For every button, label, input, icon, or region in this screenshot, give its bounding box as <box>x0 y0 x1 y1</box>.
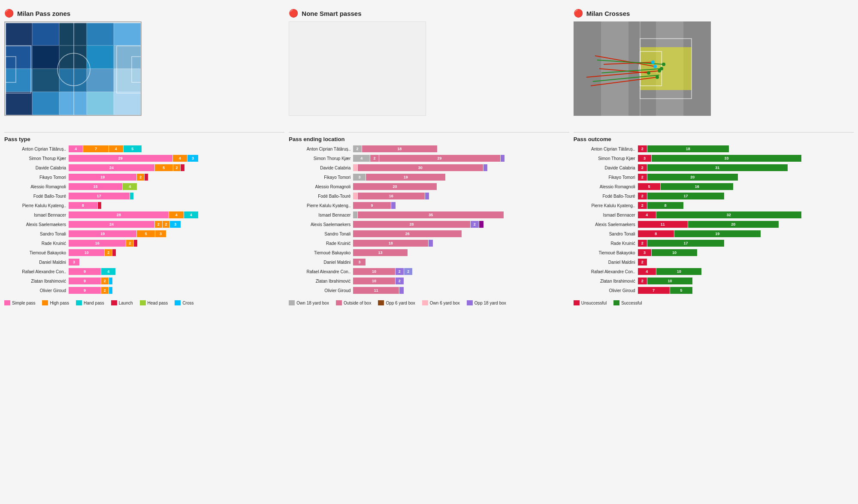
smart-passes-viz <box>289 21 569 124</box>
player-name: Fikayo Tomori <box>289 175 353 180</box>
player-name: Alessio Romagnoli <box>4 184 69 189</box>
bar-segment: 28 <box>353 221 470 228</box>
bar-segment: 7 <box>83 145 108 152</box>
bars-container: 1120 <box>638 221 854 228</box>
player-name: Olivier Giroud <box>574 288 638 293</box>
chart-row: Sandro Tonali26 <box>289 230 569 238</box>
pass-outcome-chart: Anton Ciprian Tătăruș..218Simon Thorup K… <box>574 145 854 296</box>
chart-row: Anton Ciprian Tătăruș..218 <box>574 145 854 153</box>
panel1-header: 🔴 Milan Pass zones <box>4 9 284 18</box>
bar-segment: 10 <box>656 268 702 275</box>
bars-container: 319 <box>353 174 569 181</box>
bars-container: 154 <box>69 183 284 190</box>
milan-logo-2: 🔴 <box>289 9 298 18</box>
bar-segment: 2 <box>638 164 647 171</box>
bar-segment: 4 <box>101 268 115 275</box>
bar-segment: 32 <box>656 211 801 218</box>
bar-segment: 15 <box>69 183 122 190</box>
chart-row: Daniel Maldini3 <box>4 258 284 266</box>
pass-zones-panel: 🔴 Milan Pass zones <box>4 9 284 305</box>
bar-segment: 33 <box>652 155 801 162</box>
player-name: Fodé Ballo-Touré <box>289 194 353 199</box>
bar-segment: 2 <box>396 278 404 284</box>
bar-segment: 5 <box>155 164 173 171</box>
chart-row: Zlatan Ibrahimović92 <box>4 277 284 285</box>
bar-segment <box>479 221 483 228</box>
bar-segment: 18 <box>647 145 729 152</box>
player-name: Rade Kruinić <box>4 241 69 246</box>
bar-segment <box>425 193 429 199</box>
legend-label: Cross <box>182 301 193 305</box>
player-name: Fikayo Tomori <box>574 175 638 180</box>
legend-item: Head pass <box>140 300 168 305</box>
bars-container: 1953 <box>69 230 284 237</box>
legend-item: Opp 6 yard box <box>378 300 415 305</box>
chart-row: Fodé Ballo-Touré17 <box>4 192 284 200</box>
bar-segment: 2 <box>638 259 647 266</box>
bars-container: 4745 <box>69 145 284 152</box>
player-name: Alessio Romagnoli <box>289 184 353 189</box>
bars-container: 162 <box>69 240 284 247</box>
bar-segment: 3 <box>170 221 181 228</box>
heatmap-container <box>4 21 284 124</box>
legend-wrapper: Own 18 yard boxOutside of boxOpp 6 yard … <box>289 300 506 305</box>
legend-item: Opp 18 yard box <box>467 300 506 305</box>
panel2-header: 🔴 None Smart passes <box>289 9 569 18</box>
svg-point-31 <box>660 67 663 70</box>
bar-segment: 19 <box>366 174 445 181</box>
svg-rect-13 <box>640 47 692 90</box>
bars-container: 17 <box>69 193 284 199</box>
bar-segment <box>353 193 357 199</box>
bar-segment: 2 <box>105 249 112 256</box>
bar-segment: 2 <box>404 268 412 275</box>
legend-label: Own 18 yard box <box>296 301 329 305</box>
bars-container: 94 <box>69 268 284 275</box>
chart-row: Olivier Giroud92 <box>4 287 284 294</box>
player-name: Tiemoué Bakayoko <box>289 250 353 255</box>
panel1-section-title: Pass type <box>4 132 284 142</box>
chart-row: Simon Thorup Kjær333 <box>574 154 854 162</box>
legend-label: Hand pass <box>84 301 104 305</box>
player-name: Anton Ciprian Tătăruș.. <box>4 147 69 151</box>
player-name: Rafael Alexandre Con.. <box>574 269 638 274</box>
bar-segment: 17 <box>69 193 130 199</box>
bar-segment: 11 <box>638 221 688 228</box>
player-name: Pierre Kalulu Kyateng.. <box>574 203 638 208</box>
svg-rect-3 <box>5 57 16 82</box>
bars-container: 11 <box>353 287 569 294</box>
svg-rect-5 <box>132 57 142 82</box>
panel1-title: Milan Pass zones <box>17 10 70 17</box>
bar-segment: 4 <box>638 268 656 275</box>
player-name: Rafael Alexandre Con.. <box>4 269 69 274</box>
bar-segment: 20 <box>353 183 436 190</box>
chart-row: Ismael Bennacer35 <box>289 211 569 219</box>
chart-row: Ismael Bennacer432 <box>574 211 854 219</box>
legend-item: Simple pass <box>4 300 35 305</box>
chart-row: Tiemoué Bakayoko13 <box>289 249 569 257</box>
bar-segment: 24 <box>69 164 154 171</box>
crosses-svg <box>574 21 711 116</box>
chart-row: Rade Kruinić18 <box>289 239 569 247</box>
chart-row: Rade Kruinić162 <box>4 239 284 247</box>
bars-container: 3 <box>353 259 569 266</box>
bar-segment: 4 <box>638 211 656 218</box>
bar-segment: 4 <box>69 145 83 152</box>
bar-segment: 3 <box>69 259 79 266</box>
pass-type-chart: Anton Ciprian Tătăruș..4745Simon Thorup … <box>4 145 284 296</box>
chart-row: Alexis Saelemaekers282 <box>289 220 569 228</box>
chart-row: Alessio Romagnoli516 <box>574 183 854 190</box>
bars-container: 28 <box>638 202 854 209</box>
bar-segment: 16 <box>69 240 126 247</box>
bars-container: 410 <box>638 268 854 275</box>
chart-row: Rafael Alexandre Con..1022 <box>289 268 569 275</box>
bar-segment: 10 <box>652 249 697 256</box>
player-name: Simon Thorup Kjær <box>4 156 69 161</box>
chart-row: Fikayo Tomori192 <box>4 173 284 181</box>
bars-container: 18 <box>353 240 569 247</box>
bar-segment: 8 <box>69 202 97 209</box>
bar-segment: 2 <box>638 193 647 199</box>
legend-item: Own 18 yard box <box>289 300 329 305</box>
legend-color-swatch <box>613 300 619 305</box>
bar-segment: 2 <box>173 164 181 171</box>
player-name: Davide Calabria <box>574 166 638 170</box>
